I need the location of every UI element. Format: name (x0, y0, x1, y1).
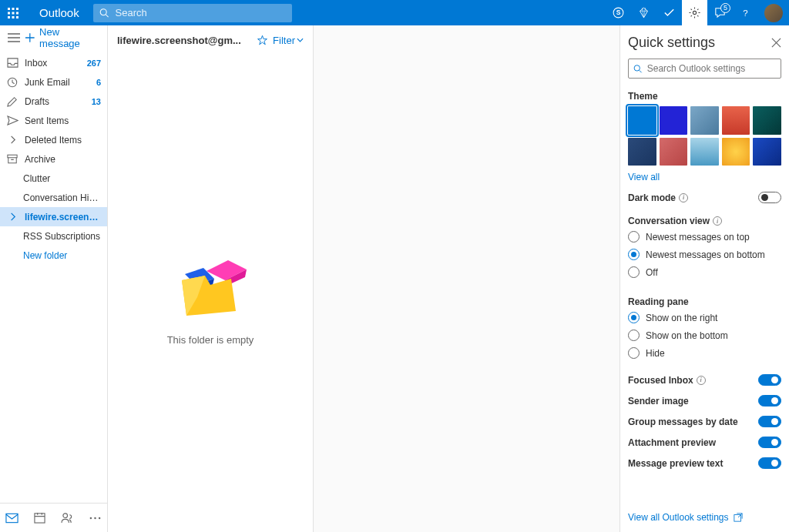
user-avatar[interactable] (764, 4, 783, 22)
theme-tile-1[interactable] (660, 106, 688, 135)
notifications-button[interactable]: 5 (707, 0, 733, 25)
people-module-button[interactable] (60, 511, 74, 525)
folder-drafts[interactable]: Drafts13 (0, 92, 107, 111)
svg-point-9 (100, 8, 106, 15)
folder-lifewire[interactable]: lifewire.screensho... (0, 207, 107, 226)
module-switcher (0, 503, 107, 532)
help-icon: ? (739, 6, 752, 19)
radio-label: Show on the right (646, 313, 717, 323)
svg-point-23 (634, 65, 640, 70)
info-icon[interactable]: i (713, 216, 722, 226)
search-box[interactable] (93, 4, 292, 22)
notification-badge: 5 (720, 3, 730, 13)
theme-grid (628, 106, 781, 166)
folder-count: 6 (96, 78, 101, 87)
star-icon (257, 35, 268, 46)
svg-rect-8 (16, 16, 18, 18)
skype-button[interactable]: S (606, 0, 631, 25)
new-message-button[interactable]: New message (25, 26, 101, 49)
gear-icon (688, 6, 701, 19)
theme-tile-3[interactable] (722, 106, 750, 135)
search-input[interactable] (116, 7, 286, 18)
premium-button[interactable] (631, 0, 656, 25)
info-icon[interactable]: i (679, 193, 688, 202)
folder-clutter[interactable]: Clutter (0, 169, 107, 188)
theme-section-label: Theme (628, 91, 781, 102)
reading-pane-option-0[interactable]: Show on the right (628, 312, 781, 323)
theme-tile-6[interactable] (660, 138, 688, 166)
conversation-option-0[interactable]: Newest messages on top (628, 231, 781, 243)
brand-label[interactable]: Outlook (25, 6, 93, 19)
settings-title: Quick settings (628, 35, 715, 51)
folder-convhist[interactable]: Conversation Hist... (0, 188, 107, 207)
folder-name: Conversation Hist... (23, 192, 101, 203)
toggle-label: Focused Inbox i (628, 375, 706, 386)
empty-message: This folder is empty (167, 334, 254, 346)
hamburger-button[interactable] (6, 30, 21, 45)
settings-search-box[interactable] (628, 59, 781, 79)
folder-deleted[interactable]: Deleted Items (0, 130, 107, 149)
toggle-switch[interactable] (758, 457, 781, 469)
reading-pane-option-2[interactable]: Hide (628, 347, 781, 359)
radio-label: Off (646, 267, 658, 278)
settings-search-input[interactable] (647, 63, 776, 74)
toggle-switch[interactable] (758, 395, 781, 407)
toggle-switch[interactable] (758, 416, 781, 427)
svg-line-24 (640, 70, 642, 72)
theme-tile-9[interactable] (753, 138, 781, 166)
folder-archive[interactable]: Archive (0, 149, 107, 169)
radio-icon (628, 330, 640, 341)
new-folder-button[interactable]: New folder (0, 246, 107, 265)
radio-icon (628, 249, 640, 260)
theme-tile-4[interactable] (753, 106, 781, 135)
settings-header: Quick settings (628, 35, 781, 51)
info-icon[interactable]: i (697, 376, 706, 385)
view-all-themes-link[interactable]: View all (628, 172, 781, 182)
theme-tile-0[interactable] (628, 106, 656, 135)
help-button[interactable]: ? (733, 0, 758, 25)
new-message-label: New message (39, 26, 101, 49)
toggle-label: Group messages by date (628, 417, 738, 427)
svg-rect-4 (12, 12, 14, 14)
theme-tile-2[interactable] (690, 106, 719, 135)
more-modules-button[interactable] (88, 511, 102, 525)
svg-text:?: ? (743, 8, 747, 18)
toggle-switch[interactable] (758, 437, 781, 448)
dark-mode-toggle[interactable] (758, 192, 781, 203)
settings-button[interactable] (682, 0, 707, 25)
favorite-button[interactable] (257, 35, 268, 46)
calendar-module-button[interactable] (32, 511, 46, 525)
folder-count: 267 (87, 59, 101, 68)
toggle-row-2: Group messages by date (628, 416, 781, 427)
svg-rect-3 (8, 12, 10, 14)
close-settings-button[interactable] (771, 38, 781, 48)
reading-pane-option-1[interactable]: Show on the bottom (628, 330, 781, 341)
folder-junk[interactable]: Junk Email6 (0, 72, 107, 92)
folder-sent[interactable]: Sent Items (0, 111, 107, 130)
empty-state: This folder is empty (108, 55, 313, 532)
theme-tile-5[interactable] (628, 138, 656, 166)
toggle-switch[interactable] (758, 374, 781, 386)
conversation-option-1[interactable]: Newest messages on bottom (628, 249, 781, 260)
view-all-settings-link[interactable]: View all Outlook settings (628, 503, 781, 523)
folder-rss[interactable]: RSS Subscriptions (0, 226, 107, 246)
folder-inbox[interactable]: Inbox267 (0, 53, 107, 72)
mail-module-button[interactable] (5, 511, 18, 525)
filter-button[interactable]: Filter (273, 35, 304, 46)
dark-mode-label: Dark modei (628, 192, 688, 203)
conversation-option-2[interactable]: Off (628, 266, 781, 278)
todo-button[interactable] (656, 0, 682, 25)
app-launcher-button[interactable] (0, 0, 25, 25)
svg-point-20 (89, 517, 91, 518)
folder-name: Clutter (23, 173, 101, 184)
svg-rect-6 (8, 16, 10, 18)
toggle-list: Focused Inbox iSender imageGroup message… (628, 374, 781, 478)
close-icon (771, 38, 781, 48)
search-icon (99, 8, 109, 18)
theme-tile-7[interactable] (690, 138, 719, 166)
theme-tile-8[interactable] (722, 138, 750, 166)
waffle-icon (8, 8, 18, 18)
folder-name: RSS Subscriptions (23, 231, 101, 242)
search-icon (633, 64, 643, 74)
calendar-icon (34, 512, 45, 524)
